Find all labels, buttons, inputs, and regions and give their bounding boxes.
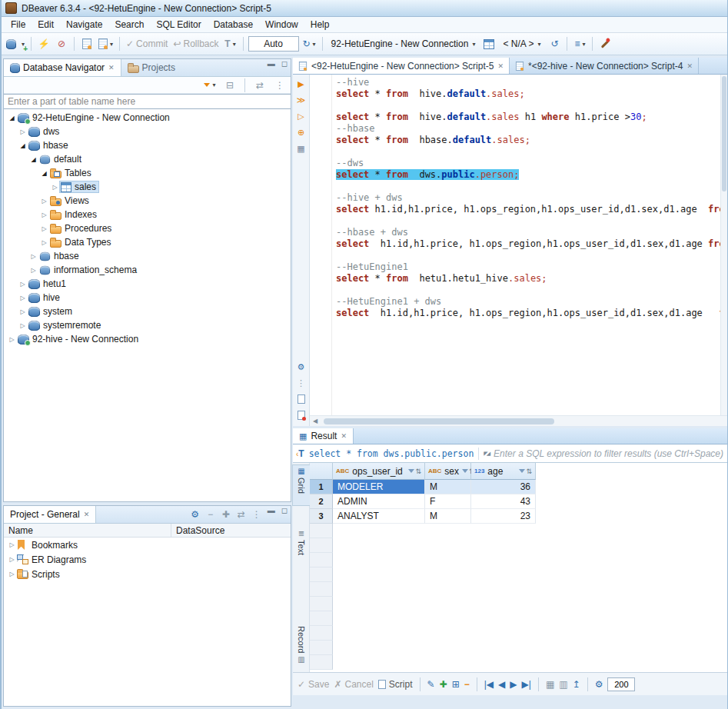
scrollbar-thumb[interactable] <box>722 76 726 191</box>
cell-age[interactable]: 36 <box>471 480 536 494</box>
transaction-mode-button[interactable]: T▾ <box>223 35 238 52</box>
result-query-text[interactable]: select * from dws.public.person <box>309 448 474 459</box>
menu-navigate[interactable]: Navigate <box>60 18 108 32</box>
menu-file[interactable]: File <box>5 18 32 32</box>
cancel-button[interactable]: ✗ Cancel <box>334 679 373 690</box>
title-bar[interactable]: DBeaver 6.3.4 - <92-HetuEngine - New Con… <box>2 0 727 17</box>
column-header-datasource[interactable]: DataSource <box>171 525 224 536</box>
tree-item-hbase[interactable]: ◢hbase <box>4 138 291 152</box>
editor-line[interactable] <box>310 285 720 296</box>
execute-script-button[interactable]: ≫ <box>297 95 306 105</box>
cell-sex[interactable]: F <box>425 494 471 509</box>
new-sql-editor-button[interactable] <box>79 35 95 52</box>
filter-icon[interactable]: ⇅ <box>519 468 532 475</box>
tab-record[interactable]: Record ▥ <box>293 624 310 669</box>
expand-arrow-icon[interactable]: ▷ <box>7 336 17 343</box>
tree-item-procedures[interactable]: ▷Procedures <box>4 221 291 235</box>
table-search-input[interactable] <box>4 94 291 109</box>
view-menu-button[interactable]: ⋮ <box>272 77 288 94</box>
export-script-icon[interactable] <box>298 394 305 404</box>
execute-script-new-tab-button[interactable]: ⊕ <box>298 128 304 137</box>
editor-horizontal-scrollbar[interactable]: ◀ <box>310 415 727 426</box>
magic-wand-button[interactable] <box>597 35 613 52</box>
execute-new-tab-button[interactable]: ▷ <box>298 112 304 121</box>
tree-item-hetu1[interactable]: ▷hetu1 <box>4 277 291 291</box>
minimize-icon[interactable]: ▬ <box>264 59 278 76</box>
menu-database[interactable]: Database <box>208 18 259 32</box>
expand-arrow-icon[interactable]: ▷ <box>18 322 28 329</box>
new-connection-button[interactable]: + ▾ <box>5 35 26 52</box>
overflow-menu-icon[interactable]: ⋮ <box>297 378 305 388</box>
cell-age[interactable]: 23 <box>471 509 536 524</box>
collapse-arrow-icon[interactable]: ◢ <box>28 156 38 163</box>
collapse-button[interactable]: − <box>203 506 218 523</box>
fetch-size-input[interactable] <box>607 677 635 691</box>
tree-item-dws[interactable]: ▷dws <box>4 125 291 138</box>
tab-result[interactable]: ▦ Result ✕ <box>293 428 354 444</box>
expand-panel-icon[interactable]: ◤◢ <box>484 451 489 457</box>
close-icon[interactable]: ✕ <box>341 432 347 440</box>
cell-ops-user-id[interactable]: MODELER <box>333 480 425 494</box>
project-item-scripts[interactable]: ▷Scripts <box>4 567 291 581</box>
close-icon[interactable]: ✕ <box>84 511 90 518</box>
tree-item-information-schema[interactable]: ▷information_schema <box>4 263 291 277</box>
cell-ops-user-id[interactable]: ANALYST <box>333 509 425 524</box>
scroll-left-icon[interactable]: ◀ <box>310 418 321 424</box>
row-number[interactable]: 1 <box>310 480 333 494</box>
grid-corner-cell[interactable] <box>310 463 333 480</box>
tab-text[interactable]: ≣ Text <box>293 528 310 568</box>
tab-script-5[interactable]: <92-HetuEngine - New Connection> Script-… <box>293 58 510 74</box>
editor-line[interactable]: --hbase <box>310 123 720 135</box>
maximize-icon[interactable]: ◻ <box>278 506 291 523</box>
expand-arrow-icon[interactable]: ▷ <box>7 556 17 563</box>
rollback-button[interactable]: ↩ Rollback <box>171 35 220 52</box>
expand-arrow-icon[interactable]: ▷ <box>28 267 38 274</box>
explain-plan-button[interactable]: ▦ <box>297 144 304 153</box>
tree-item-indexes[interactable]: ▷Indexes <box>4 208 291 221</box>
expand-arrow-icon[interactable]: ▷ <box>28 253 38 260</box>
expand-arrow-icon[interactable]: ▷ <box>39 198 49 205</box>
table-row[interactable]: 2ADMINF43 <box>310 494 727 509</box>
link-with-editor-button[interactable]: ⇄ <box>252 77 268 94</box>
tree-item-92-hetuengine-new-connection[interactable]: ◢92-HetuEngine - New Connection <box>4 111 291 125</box>
editor-line[interactable]: --hbase + dws <box>310 227 720 238</box>
database-select-button[interactable] <box>481 35 497 52</box>
view-list-button[interactable]: ≡▾ <box>572 35 587 52</box>
commit-mode-combo[interactable]: Auto <box>248 36 299 52</box>
tab-script-4[interactable]: *<92-hive - New Connection> Script-4 ✕ <box>510 58 699 74</box>
maximize-icon[interactable]: ◻ <box>278 59 291 76</box>
refresh-button[interactable]: ↻▾ <box>301 35 317 52</box>
connect-button[interactable]: ⚡ <box>36 35 52 52</box>
tree-item-92-hive-new-connection[interactable]: ▷92-hive - New Connection <box>4 332 291 346</box>
gear-icon[interactable]: ⚙ <box>595 679 603 690</box>
collapse-arrow-icon[interactable]: ◢ <box>18 142 28 149</box>
gear-icon[interactable]: ⚙ <box>298 362 305 371</box>
expand-arrow-icon[interactable]: ▷ <box>18 308 28 315</box>
tab-projects[interactable]: Projects <box>121 59 181 76</box>
export-data-icon[interactable]: ↥ <box>573 679 580 690</box>
close-icon[interactable]: ✕ <box>497 62 504 70</box>
filter-icon[interactable]: ⇅ <box>408 468 421 475</box>
cell-sex[interactable]: M <box>425 509 471 524</box>
editor-line[interactable]: --hive <box>310 77 720 88</box>
tab-grid[interactable]: ▦ Grid <box>293 465 310 505</box>
expand-arrow-icon[interactable]: ▷ <box>18 295 28 301</box>
tree-item-data-types[interactable]: ▷Data Types <box>4 235 291 249</box>
expand-arrow-icon[interactable]: ▷ <box>18 128 28 135</box>
next-record-icon[interactable]: ▶ <box>510 679 517 690</box>
editor-line[interactable]: select * from hive.default.sales; <box>310 88 720 100</box>
collapse-all-button[interactable]: ⊟ <box>222 77 238 94</box>
scrollbar-thumb[interactable] <box>324 418 554 424</box>
cell-ops-user-id[interactable]: ADMIN <box>333 494 425 509</box>
connection-combo[interactable]: 92-HetuEngine - New Connection ▾ <box>327 38 480 49</box>
tree-item-systemremote[interactable]: ▷systemremote <box>4 318 291 332</box>
sync-icon[interactable]: ↺ <box>547 35 562 52</box>
export-result-icon[interactable] <box>298 411 305 420</box>
edit-value-icon[interactable]: ✎ <box>427 679 435 690</box>
collapse-arrow-icon[interactable]: ◢ <box>7 115 17 121</box>
editor-line[interactable]: select h1.id,h1.price, h1.ops_region,h1.… <box>310 238 720 250</box>
tree-item-sales[interactable]: ▷sales <box>4 180 291 194</box>
tab-project-general[interactable]: Project - General ✕ <box>4 506 96 523</box>
fetch-page-icon[interactable]: ▦ <box>546 679 554 690</box>
editor-line[interactable]: select h1.id,h1.price, h1.ops_region,h1.… <box>310 204 720 215</box>
